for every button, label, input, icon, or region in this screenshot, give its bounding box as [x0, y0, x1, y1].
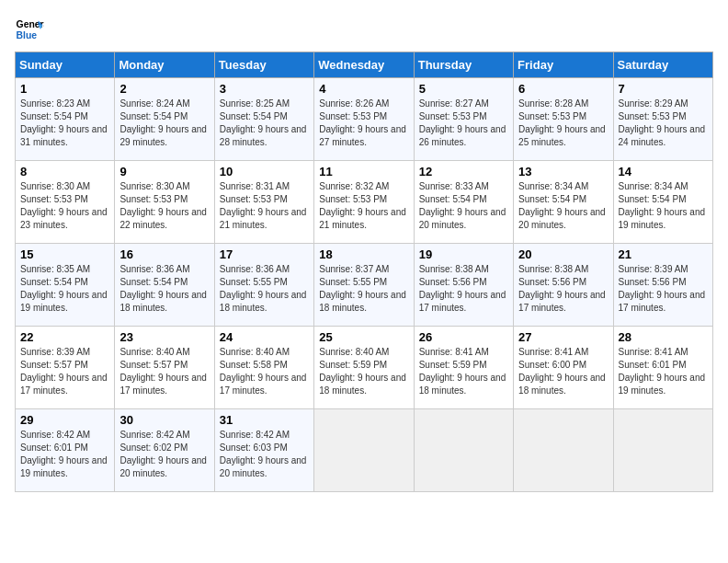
calendar-week-2: 8Sunrise: 8:30 AMSunset: 5:53 PMDaylight… [16, 161, 713, 244]
header-thursday: Thursday [414, 52, 513, 78]
calendar-cell: 21Sunrise: 8:39 AMSunset: 5:56 PMDayligh… [613, 244, 712, 327]
calendar-cell [314, 409, 414, 492]
page-header: General Blue [15, 15, 713, 44]
calendar-week-1: 1Sunrise: 8:23 AMSunset: 5:54 PMDaylight… [16, 78, 713, 161]
calendar-cell: 1Sunrise: 8:23 AMSunset: 5:54 PMDaylight… [16, 78, 115, 161]
calendar-cell: 19Sunrise: 8:38 AMSunset: 5:56 PMDayligh… [414, 244, 513, 327]
calendar-cell: 23Sunrise: 8:40 AMSunset: 5:57 PMDayligh… [115, 327, 214, 409]
calendar-table: SundayMondayTuesdayWednesdayThursdayFrid… [15, 52, 713, 492]
calendar-cell [613, 409, 712, 492]
calendar-cell: 8Sunrise: 8:30 AMSunset: 5:53 PMDaylight… [16, 161, 115, 244]
calendar-cell: 9Sunrise: 8:30 AMSunset: 5:53 PMDaylight… [115, 161, 214, 244]
header-friday: Friday [514, 52, 613, 78]
calendar-header-row: SundayMondayTuesdayWednesdayThursdayFrid… [16, 52, 713, 78]
calendar-cell: 11Sunrise: 8:32 AMSunset: 5:53 PMDayligh… [314, 161, 414, 244]
calendar-cell: 3Sunrise: 8:25 AMSunset: 5:54 PMDaylight… [214, 78, 313, 161]
calendar-week-4: 22Sunrise: 8:39 AMSunset: 5:57 PMDayligh… [16, 327, 713, 409]
calendar-cell: 30Sunrise: 8:42 AMSunset: 6:02 PMDayligh… [115, 409, 214, 492]
calendar-week-3: 15Sunrise: 8:35 AMSunset: 5:54 PMDayligh… [16, 244, 713, 327]
calendar-cell: 5Sunrise: 8:27 AMSunset: 5:53 PMDaylight… [414, 78, 513, 161]
svg-text:Blue: Blue [17, 30, 38, 40]
calendar-cell: 22Sunrise: 8:39 AMSunset: 5:57 PMDayligh… [16, 327, 115, 409]
calendar-cell: 20Sunrise: 8:38 AMSunset: 5:56 PMDayligh… [514, 244, 613, 327]
header-monday: Monday [115, 52, 214, 78]
calendar-cell: 12Sunrise: 8:33 AMSunset: 5:54 PMDayligh… [414, 161, 513, 244]
calendar-cell [514, 409, 613, 492]
calendar-cell: 16Sunrise: 8:36 AMSunset: 5:54 PMDayligh… [115, 244, 214, 327]
header-wednesday: Wednesday [314, 52, 414, 78]
calendar-cell: 27Sunrise: 8:41 AMSunset: 6:00 PMDayligh… [514, 327, 613, 409]
calendar-cell [414, 409, 513, 492]
calendar-cell: 15Sunrise: 8:35 AMSunset: 5:54 PMDayligh… [16, 244, 115, 327]
calendar-cell: 6Sunrise: 8:28 AMSunset: 5:53 PMDaylight… [514, 78, 613, 161]
header-sunday: Sunday [16, 52, 115, 78]
calendar-week-5: 29Sunrise: 8:42 AMSunset: 6:01 PMDayligh… [16, 409, 713, 492]
calendar-cell: 13Sunrise: 8:34 AMSunset: 5:54 PMDayligh… [514, 161, 613, 244]
logo: General Blue [15, 15, 48, 44]
calendar-cell: 17Sunrise: 8:36 AMSunset: 5:55 PMDayligh… [214, 244, 313, 327]
calendar-cell: 4Sunrise: 8:26 AMSunset: 5:53 PMDaylight… [314, 78, 414, 161]
calendar-cell: 24Sunrise: 8:40 AMSunset: 5:58 PMDayligh… [214, 327, 313, 409]
header-saturday: Saturday [613, 52, 712, 78]
calendar-cell: 26Sunrise: 8:41 AMSunset: 5:59 PMDayligh… [414, 327, 513, 409]
logo-icon: General Blue [15, 15, 44, 44]
calendar-cell: 31Sunrise: 8:42 AMSunset: 6:03 PMDayligh… [214, 409, 313, 492]
calendar-cell: 2Sunrise: 8:24 AMSunset: 5:54 PMDaylight… [115, 78, 214, 161]
calendar-cell: 7Sunrise: 8:29 AMSunset: 5:53 PMDaylight… [613, 78, 712, 161]
calendar-cell: 14Sunrise: 8:34 AMSunset: 5:54 PMDayligh… [613, 161, 712, 244]
calendar-cell: 29Sunrise: 8:42 AMSunset: 6:01 PMDayligh… [16, 409, 115, 492]
calendar-cell: 28Sunrise: 8:41 AMSunset: 6:01 PMDayligh… [613, 327, 712, 409]
calendar-cell: 18Sunrise: 8:37 AMSunset: 5:55 PMDayligh… [314, 244, 414, 327]
header-tuesday: Tuesday [214, 52, 313, 78]
calendar-cell: 25Sunrise: 8:40 AMSunset: 5:59 PMDayligh… [314, 327, 414, 409]
calendar-cell: 10Sunrise: 8:31 AMSunset: 5:53 PMDayligh… [214, 161, 313, 244]
